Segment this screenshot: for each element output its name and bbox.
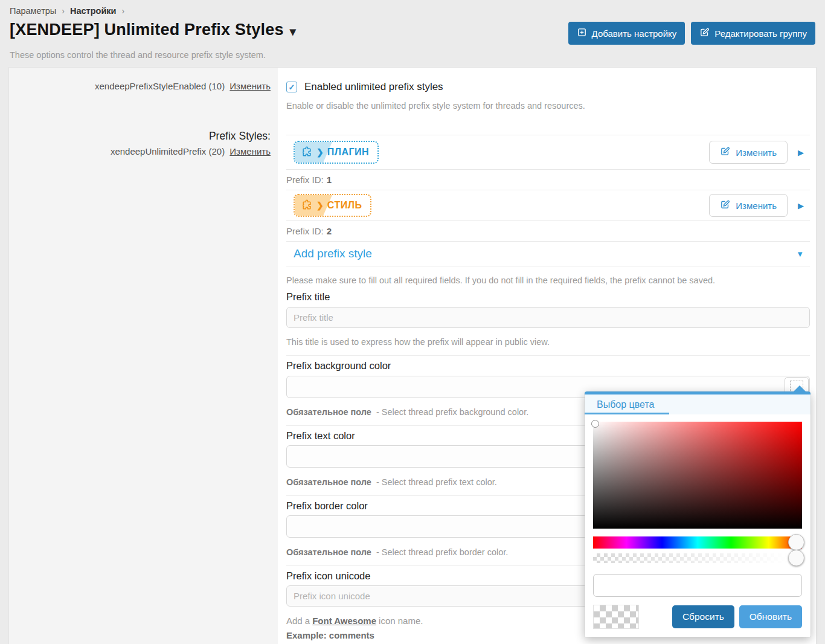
add-option-button-label: Добавить настройку bbox=[592, 28, 677, 39]
prefix-id-value: 1 bbox=[327, 175, 332, 185]
prefix-background-color-label: Prefix background color bbox=[286, 360, 810, 372]
page-subtitle: These options control the thread and res… bbox=[10, 50, 815, 60]
prefix-styles-label: Prefix Styles: bbox=[15, 130, 271, 143]
option-meta-enabled: xendeepPrefixStyleEnabled (10) Изменить bbox=[15, 81, 271, 91]
breadcrumb-item-parameters[interactable]: Параметры bbox=[10, 6, 56, 16]
prefix-style-row: ❯ СТИЛЬ Изменить ▶ bbox=[286, 190, 810, 221]
pencil-square-icon bbox=[720, 199, 730, 211]
prefix-edit-button-label: Изменить bbox=[736, 201, 777, 211]
hue-slider[interactable] bbox=[593, 536, 802, 549]
edit-group-button[interactable]: Редактировать группу bbox=[691, 22, 815, 45]
prefix-badge-title: СТИЛЬ bbox=[327, 200, 362, 211]
saturation-cursor[interactable] bbox=[591, 420, 599, 428]
prefix-id-row: Prefix ID:1 bbox=[286, 170, 810, 190]
breadcrumb-separator-icon: › bbox=[121, 6, 124, 16]
prefix-id-label: Prefix ID: bbox=[286, 226, 324, 236]
option-meta-prefix-text: xendeepUnlimitedPrefix (20) bbox=[111, 146, 225, 156]
font-awesome-link[interactable]: Font Awesome bbox=[312, 616, 376, 626]
puzzle-icon bbox=[301, 199, 313, 211]
required-field-hint: - Select thread prefix background color. bbox=[376, 407, 528, 417]
row-expand-triangle-icon[interactable]: ▶ bbox=[798, 148, 804, 157]
prefix-badge-plugin[interactable]: ❯ ПЛАГИН bbox=[294, 141, 379, 164]
prefix-id-label: Prefix ID: bbox=[286, 175, 324, 185]
pencil-square-icon bbox=[720, 146, 730, 158]
enabled-option-description: Enable or disable the unlimited prefix s… bbox=[286, 101, 810, 111]
alpha-slider[interactable] bbox=[593, 553, 802, 563]
prefix-badge-title: ПЛАГИН bbox=[327, 147, 369, 158]
option-meta-enabled-edit-link[interactable]: Изменить bbox=[230, 81, 271, 91]
page-title-text: [XENDEEP] Unlimited Prefix Styles bbox=[10, 21, 284, 39]
alpha-slider-handle[interactable] bbox=[788, 550, 804, 566]
prefix-title-label: Prefix title bbox=[286, 291, 810, 303]
hue-slider-handle[interactable] bbox=[788, 534, 804, 550]
row-expand-triangle-icon[interactable]: ▶ bbox=[798, 201, 804, 210]
prefix-edit-button[interactable]: Изменить bbox=[709, 194, 788, 217]
required-field-label: Обязательное поле bbox=[286, 407, 371, 417]
required-field-label: Обязательное поле bbox=[286, 477, 371, 487]
row-divider bbox=[286, 355, 810, 356]
badge-chevron-icon: ❯ bbox=[316, 201, 324, 210]
popup-caret-icon bbox=[794, 385, 806, 391]
prefix-edit-button[interactable]: Изменить bbox=[709, 141, 788, 164]
icon-hint-suffix: icon name. bbox=[379, 616, 423, 626]
reset-button[interactable]: Сбросить bbox=[672, 605, 734, 628]
prefix-style-row: ❯ ПЛАГИН Изменить ▶ bbox=[286, 135, 810, 170]
required-field-hint: - Select thread prefix border color. bbox=[376, 547, 508, 557]
form-notice: Please make sure to fill out all require… bbox=[286, 275, 810, 285]
enabled-option-section: ✓ Enabled unlimited prefix styles Enable… bbox=[286, 68, 810, 135]
enabled-checkbox[interactable]: ✓ bbox=[286, 82, 297, 92]
add-option-button[interactable]: Добавить настройку bbox=[568, 22, 685, 45]
color-preview-swatch bbox=[593, 605, 639, 629]
prefix-badge-style[interactable]: ❯ СТИЛЬ bbox=[294, 194, 371, 217]
color-value-input[interactable] bbox=[593, 574, 802, 597]
breadcrumb-separator-icon: › bbox=[62, 6, 65, 16]
icon-hint-prefix: Add a bbox=[286, 616, 310, 626]
color-picker-popup: Выбор цвета Сбросить Обновить bbox=[585, 391, 811, 637]
required-field-label: Обязательное поле bbox=[286, 547, 371, 557]
checkmark-icon: ✓ bbox=[289, 83, 295, 92]
pencil-square-icon bbox=[699, 27, 710, 39]
saturation-value-area[interactable] bbox=[593, 422, 802, 529]
puzzle-icon bbox=[301, 146, 313, 158]
color-picker-tab[interactable]: Выбор цвета bbox=[585, 399, 654, 410]
option-meta-prefix-edit-link[interactable]: Изменить bbox=[230, 146, 271, 156]
prefix-edit-button-label: Изменить bbox=[736, 147, 777, 158]
option-meta-prefix: xendeepUnlimitedPrefix (20) Изменить bbox=[15, 146, 271, 156]
badge-chevron-icon: ❯ bbox=[316, 147, 324, 157]
add-prefix-style-row: Add prefix style ▼ bbox=[286, 242, 810, 266]
popup-header: Выбор цвета bbox=[585, 394, 811, 414]
prefix-title-input[interactable] bbox=[286, 307, 810, 328]
update-button[interactable]: Обновить bbox=[739, 605, 802, 628]
plus-square-icon bbox=[577, 27, 587, 39]
prefix-id-row: Prefix ID:2 bbox=[286, 221, 810, 242]
tab-underline bbox=[585, 413, 669, 414]
option-labels-column: xendeepPrefixStyleEnabled (10) Изменить … bbox=[9, 68, 278, 644]
prefix-id-value: 2 bbox=[327, 226, 332, 236]
add-prefix-style-link[interactable]: Add prefix style bbox=[294, 247, 372, 260]
breadcrumb-item-settings[interactable]: Настройки bbox=[70, 6, 117, 16]
option-meta-enabled-text: xendeepPrefixStyleEnabled (10) bbox=[95, 81, 225, 91]
breadcrumb: Параметры › Настройки › bbox=[10, 6, 815, 16]
required-field-hint: - Select thread prefix text color. bbox=[376, 477, 497, 487]
prefix-title-hint: This title is used to express how the pr… bbox=[286, 337, 810, 347]
collapse-caret-icon[interactable]: ▼ bbox=[796, 250, 804, 259]
title-dropdown-caret-icon[interactable]: ▾ bbox=[290, 25, 296, 37]
page-title[interactable]: [XENDEEP] Unlimited Prefix Styles ▾ bbox=[10, 21, 296, 39]
page-header: Параметры › Настройки › [XENDEEP] Unlimi… bbox=[0, 0, 825, 60]
edit-group-button-label: Редактировать группу bbox=[714, 28, 807, 39]
enabled-checkbox-label[interactable]: Enabled unlimited prefix styles bbox=[304, 81, 443, 93]
